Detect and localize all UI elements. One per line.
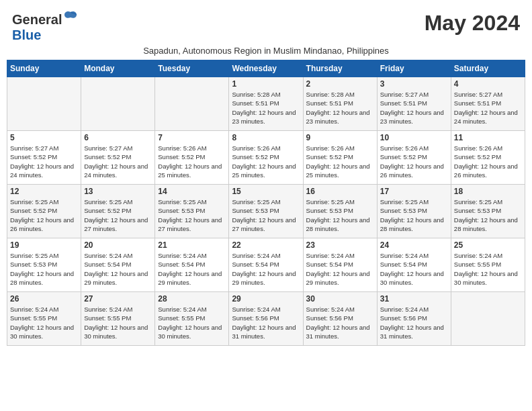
month-title: May 2024 — [425, 11, 520, 36]
weekday-header-thursday: Thursday — [303, 60, 377, 77]
day-number: 27 — [84, 294, 152, 304]
calendar-cell: 12Sunrise: 5:25 AM Sunset: 5:52 PM Dayli… — [7, 185, 81, 238]
calendar-cell: 1Sunrise: 5:28 AM Sunset: 5:51 PM Daylig… — [229, 77, 303, 131]
day-sun-info: Sunrise: 5:24 AM Sunset: 5:56 PM Dayligh… — [232, 305, 300, 340]
day-number: 6 — [84, 133, 152, 142]
calendar-week-5: 26Sunrise: 5:24 AM Sunset: 5:55 PM Dayli… — [7, 292, 525, 346]
day-number: 29 — [232, 294, 300, 304]
calendar-cell: 13Sunrise: 5:25 AM Sunset: 5:52 PM Dayli… — [81, 185, 155, 238]
day-number: 19 — [10, 240, 78, 250]
day-number: 25 — [454, 240, 522, 250]
day-sun-info: Sunrise: 5:24 AM Sunset: 5:55 PM Dayligh… — [10, 305, 78, 340]
day-number: 10 — [380, 133, 448, 142]
day-sun-info: Sunrise: 5:25 AM Sunset: 5:53 PM Dayligh… — [454, 197, 522, 233]
weekday-header-friday: Friday — [377, 60, 451, 77]
weekday-header-monday: Monday — [81, 60, 155, 77]
calendar-cell: 8Sunrise: 5:26 AM Sunset: 5:52 PM Daylig… — [229, 131, 303, 185]
day-number: 13 — [84, 187, 152, 196]
day-number: 20 — [84, 240, 152, 250]
calendar-cell: 7Sunrise: 5:26 AM Sunset: 5:52 PM Daylig… — [155, 131, 229, 185]
day-number: 1 — [232, 79, 300, 89]
day-sun-info: Sunrise: 5:25 AM Sunset: 5:52 PM Dayligh… — [84, 197, 152, 233]
weekday-header-row: SundayMondayTuesdayWednesdayThursdayFrid… — [7, 60, 525, 77]
calendar-cell: 30Sunrise: 5:24 AM Sunset: 5:56 PM Dayli… — [303, 292, 377, 346]
calendar-cell: 22Sunrise: 5:24 AM Sunset: 5:54 PM Dayli… — [229, 238, 303, 292]
calendar-table: SundayMondayTuesdayWednesdayThursdayFrid… — [7, 60, 525, 346]
day-sun-info: Sunrise: 5:27 AM Sunset: 5:51 PM Dayligh… — [454, 90, 522, 126]
calendar-cell: 17Sunrise: 5:25 AM Sunset: 5:53 PM Dayli… — [377, 185, 451, 238]
day-number: 23 — [306, 240, 374, 250]
day-sun-info: Sunrise: 5:26 AM Sunset: 5:52 PM Dayligh… — [158, 144, 226, 179]
day-sun-info: Sunrise: 5:26 AM Sunset: 5:52 PM Dayligh… — [454, 144, 522, 179]
logo-bird-icon — [63, 9, 78, 24]
day-sun-info: Sunrise: 5:25 AM Sunset: 5:53 PM Dayligh… — [232, 197, 300, 233]
calendar-week-4: 19Sunrise: 5:25 AM Sunset: 5:53 PM Dayli… — [7, 238, 525, 292]
calendar-cell: 2Sunrise: 5:28 AM Sunset: 5:51 PM Daylig… — [303, 77, 377, 131]
day-number: 18 — [454, 187, 522, 196]
calendar-cell: 21Sunrise: 5:24 AM Sunset: 5:54 PM Dayli… — [155, 238, 229, 292]
calendar-week-1: 1Sunrise: 5:28 AM Sunset: 5:51 PM Daylig… — [7, 77, 525, 131]
calendar-week-2: 5Sunrise: 5:27 AM Sunset: 5:52 PM Daylig… — [7, 131, 525, 185]
day-sun-info: Sunrise: 5:24 AM Sunset: 5:55 PM Dayligh… — [454, 251, 522, 287]
day-sun-info: Sunrise: 5:25 AM Sunset: 5:52 PM Dayligh… — [10, 197, 78, 233]
calendar-cell: 24Sunrise: 5:24 AM Sunset: 5:54 PM Dayli… — [377, 238, 451, 292]
day-sun-info: Sunrise: 5:26 AM Sunset: 5:52 PM Dayligh… — [232, 144, 300, 179]
calendar-cell: 4Sunrise: 5:27 AM Sunset: 5:51 PM Daylig… — [451, 77, 525, 131]
day-sun-info: Sunrise: 5:28 AM Sunset: 5:51 PM Dayligh… — [232, 90, 300, 126]
day-sun-info: Sunrise: 5:24 AM Sunset: 5:54 PM Dayligh… — [158, 251, 226, 287]
logo: General Blue — [12, 11, 78, 43]
day-sun-info: Sunrise: 5:24 AM Sunset: 5:54 PM Dayligh… — [380, 251, 448, 287]
calendar-cell: 9Sunrise: 5:26 AM Sunset: 5:52 PM Daylig… — [303, 131, 377, 185]
day-sun-info: Sunrise: 5:24 AM Sunset: 5:54 PM Dayligh… — [306, 251, 374, 287]
calendar-cell: 16Sunrise: 5:25 AM Sunset: 5:53 PM Dayli… — [303, 185, 377, 238]
day-sun-info: Sunrise: 5:25 AM Sunset: 5:53 PM Dayligh… — [158, 197, 226, 233]
day-number: 31 — [380, 294, 448, 304]
calendar-cell: 31Sunrise: 5:24 AM Sunset: 5:56 PM Dayli… — [377, 292, 451, 346]
day-sun-info: Sunrise: 5:27 AM Sunset: 5:52 PM Dayligh… — [10, 144, 78, 179]
calendar-cell: 18Sunrise: 5:25 AM Sunset: 5:53 PM Dayli… — [451, 185, 525, 238]
day-number: 4 — [454, 79, 522, 89]
calendar-cell — [7, 77, 81, 131]
page-header: General Blue May 2024 — [7, 7, 525, 43]
day-sun-info: Sunrise: 5:24 AM Sunset: 5:56 PM Dayligh… — [306, 305, 374, 340]
logo-general-text: General — [12, 12, 62, 28]
day-number: 8 — [232, 133, 300, 142]
calendar-cell: 11Sunrise: 5:26 AM Sunset: 5:52 PM Dayli… — [451, 131, 525, 185]
day-sun-info: Sunrise: 5:27 AM Sunset: 5:52 PM Dayligh… — [84, 144, 152, 179]
day-number: 9 — [306, 133, 374, 142]
calendar-cell: 3Sunrise: 5:27 AM Sunset: 5:51 PM Daylig… — [377, 77, 451, 131]
day-sun-info: Sunrise: 5:26 AM Sunset: 5:52 PM Dayligh… — [306, 144, 374, 179]
weekday-header-saturday: Saturday — [451, 60, 525, 77]
day-number: 2 — [306, 79, 374, 89]
calendar-week-3: 12Sunrise: 5:25 AM Sunset: 5:52 PM Dayli… — [7, 185, 525, 238]
day-sun-info: Sunrise: 5:24 AM Sunset: 5:54 PM Dayligh… — [232, 251, 300, 287]
day-number: 12 — [10, 187, 78, 196]
day-number: 26 — [10, 294, 78, 304]
day-number: 22 — [232, 240, 300, 250]
day-number: 30 — [306, 294, 374, 304]
calendar-subtitle: Sapadun, Autonomous Region in Muslim Min… — [7, 46, 525, 56]
day-number: 11 — [454, 133, 522, 142]
calendar-cell: 20Sunrise: 5:24 AM Sunset: 5:54 PM Dayli… — [81, 238, 155, 292]
day-sun-info: Sunrise: 5:26 AM Sunset: 5:52 PM Dayligh… — [380, 144, 448, 179]
calendar-cell — [155, 77, 229, 131]
weekday-header-sunday: Sunday — [7, 60, 81, 77]
calendar-cell: 25Sunrise: 5:24 AM Sunset: 5:55 PM Dayli… — [451, 238, 525, 292]
day-sun-info: Sunrise: 5:24 AM Sunset: 5:55 PM Dayligh… — [84, 305, 152, 340]
calendar-cell: 28Sunrise: 5:24 AM Sunset: 5:55 PM Dayli… — [155, 292, 229, 346]
day-number: 7 — [158, 133, 226, 142]
day-sun-info: Sunrise: 5:28 AM Sunset: 5:51 PM Dayligh… — [306, 90, 374, 126]
day-sun-info: Sunrise: 5:25 AM Sunset: 5:53 PM Dayligh… — [306, 197, 374, 233]
day-sun-info: Sunrise: 5:27 AM Sunset: 5:51 PM Dayligh… — [380, 90, 448, 126]
day-sun-info: Sunrise: 5:24 AM Sunset: 5:55 PM Dayligh… — [158, 305, 226, 340]
calendar-cell: 23Sunrise: 5:24 AM Sunset: 5:54 PM Dayli… — [303, 238, 377, 292]
calendar-cell: 6Sunrise: 5:27 AM Sunset: 5:52 PM Daylig… — [81, 131, 155, 185]
calendar-cell: 26Sunrise: 5:24 AM Sunset: 5:55 PM Dayli… — [7, 292, 81, 346]
day-number: 5 — [10, 133, 78, 142]
day-sun-info: Sunrise: 5:24 AM Sunset: 5:56 PM Dayligh… — [380, 305, 448, 340]
calendar-cell — [81, 77, 155, 131]
day-number: 3 — [380, 79, 448, 89]
day-sun-info: Sunrise: 5:25 AM Sunset: 5:53 PM Dayligh… — [10, 251, 78, 287]
day-number: 28 — [158, 294, 226, 304]
day-number: 14 — [158, 187, 226, 196]
